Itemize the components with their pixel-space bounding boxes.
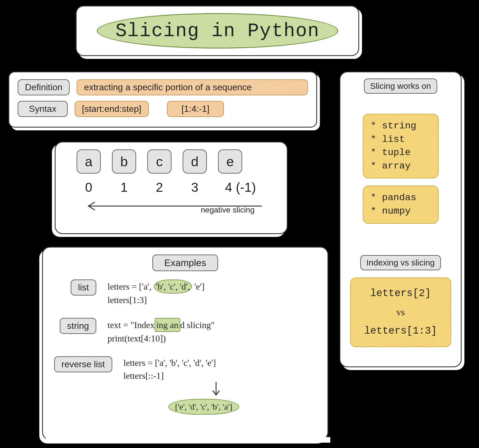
letter-box-c: c [147,149,171,174]
reverse-line2: letters[::-1] [123,371,164,381]
example-list-label: list [71,280,96,295]
string-line1-highlight: ing an [155,318,180,332]
negative-slicing-label: negative slicing [201,205,255,214]
letter-box-e: e [218,149,242,174]
definition-row: Definition extracting a specific portion… [18,79,308,95]
negative-arrow-row: negative slicing [68,200,274,217]
letter-box-d: d [183,149,207,174]
index-2: 2 [147,180,171,195]
works-on-group1: * string * list * tuple * array [363,114,439,178]
works-on-item: * tuple [371,146,431,160]
example-reverse-row: reverse list letters = ['a', 'b', 'c', '… [54,356,316,415]
works-on-item: * array [371,160,431,173]
syntax-example: [1:4:-1] [167,101,224,117]
examples-header: Examples [152,255,218,271]
ivs-vs: vs [358,306,443,319]
string-line1-post: d slicing" [180,320,214,330]
works-on-label: Slicing works on [364,78,437,94]
diagram-canvas: Slicing in Python Definition extracting … [0,0,479,448]
indexing-vs-slicing-box: letters[2] vs letters[1:3] [350,278,451,347]
sequence-panel: a b c d e 0 1 2 3 4 (-1) negative slicin… [55,142,288,234]
indexing-vs-slicing-label: Indexing vs slicing [360,255,441,270]
works-on-group2: * pandas * numpy [363,186,439,223]
example-list-row: list letters = ['a', 'b', 'c', 'd', 'e']… [54,280,316,307]
syntax-row: Syntax [start:end:step] [1:4:-1] [18,101,308,117]
works-on-item: * list [371,133,431,146]
syntax-pattern: [start:end:step] [75,101,149,117]
example-list-code: letters = ['a', 'b', 'c', 'd', 'e'] lett… [107,280,205,307]
list-line1-pre: letters = ['a', [107,281,154,292]
index-4: 4 (-1) [218,180,263,195]
title-ellipse: Slicing in Python [97,13,338,49]
reverse-line1: letters = ['a', 'b', 'c', 'd', 'e'] [123,358,216,368]
syntax-label: Syntax [18,101,68,117]
arrow-down-icon [210,380,222,397]
list-line1-highlight: 'b', 'c', 'd', [154,280,192,294]
letter-box-b: b [112,149,136,174]
page-title: Slicing in Python [115,20,320,42]
works-on-item: * pandas [371,191,431,205]
string-line2: print(text[4:10]) [107,333,166,343]
definition-text: extracting a specific portion of a seque… [77,79,308,95]
examples-panel: Examples list letters = ['a', 'b', 'c', … [42,247,328,440]
list-line1-post: 'e'] [192,281,204,292]
index-3: 3 [183,180,207,195]
definition-panel: Definition extracting a specific portion… [8,71,317,128]
example-string-code: text = "Indexing and slicing" print(text… [107,318,214,345]
index-row: 0 1 2 3 4 (-1) [77,180,274,195]
letter-box-a: a [77,149,101,174]
title-panel: Slicing in Python [76,6,359,56]
index-0: 0 [77,180,101,195]
definition-label: Definition [18,79,70,95]
example-string-label: string [60,318,96,334]
ivs-indexing: letters[2] [358,287,443,301]
list-line2: letters[1:3] [107,295,147,305]
letters-row: a b c d e [77,149,274,174]
ivs-slicing: letters[1:3] [358,324,443,338]
string-line1-pre: text = "Index [107,320,155,330]
works-on-item: * numpy [371,205,431,218]
index-1: 1 [112,180,136,195]
example-string-row: string text = "Indexing and slicing" pri… [54,318,316,345]
right-panel: Slicing works on * string * list * tuple… [340,71,462,367]
reverse-result: ['e', 'd', 'c', 'b', 'a'] [168,399,239,415]
example-reverse-code: letters = ['a', 'b', 'c', 'd', 'e'] lett… [123,356,239,415]
works-on-item: * string [371,119,431,133]
example-reverse-label: reverse list [54,356,112,372]
